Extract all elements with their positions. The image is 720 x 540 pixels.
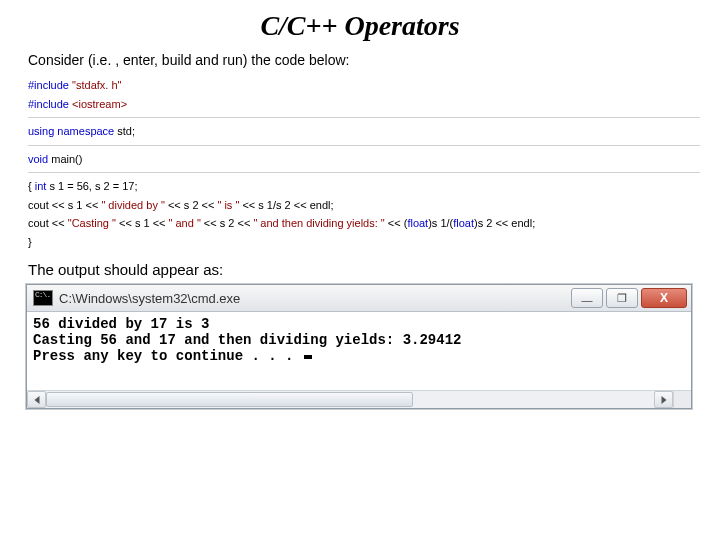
cursor-icon: [304, 355, 312, 359]
separator: [28, 172, 700, 173]
str-divby: " divided by ": [101, 199, 164, 211]
scroll-corner: [673, 391, 691, 408]
code-line-body-close: }: [28, 233, 700, 252]
output-label: The output should appear as:: [28, 261, 700, 278]
str-then: " and then dividing yields: ": [253, 217, 384, 229]
str-casting: "Casting ": [68, 217, 116, 229]
minimize-button[interactable]: —: [571, 288, 603, 308]
console-line-1: 56 divided by 17 is 3: [33, 316, 685, 332]
cout2-a: cout <<: [28, 217, 68, 229]
kw-float1: float: [407, 217, 428, 229]
cout1-c: << s 1/s 2 << endl;: [239, 199, 333, 211]
code-line-include-1: #include "stdafx. h": [28, 76, 700, 95]
cout2-f: )s 2 << endl;: [474, 217, 535, 229]
str-and: " and ": [169, 217, 201, 229]
kw-float2: float: [453, 217, 474, 229]
kw-int: int: [35, 180, 50, 192]
brace-open: {: [28, 180, 35, 192]
brace-close: }: [28, 236, 32, 248]
code-line-include-2: #include <iostream>: [28, 95, 700, 114]
kw-void: void: [28, 153, 51, 165]
cout1-a: cout << s 1 <<: [28, 199, 101, 211]
intro-prefix: Consider (i.e: [28, 52, 107, 68]
cout1-b: << s 2 <<: [165, 199, 218, 211]
console-line-2: Casting 56 and 17 and then dividing yiel…: [33, 332, 685, 348]
scroll-thumb[interactable]: [46, 392, 413, 407]
code-line-body-1: { int s 1 = 56, s 2 = 17;: [28, 177, 700, 196]
kw-include: #include: [28, 79, 72, 91]
kw-using: using: [28, 125, 57, 137]
console-window: C:\. C:\Windows\system32\cmd.exe — ❐ X 5…: [26, 284, 692, 409]
kw-namespace: namespace: [57, 125, 117, 137]
code-line-main-sig: void main(): [28, 150, 700, 169]
scroll-right-button[interactable]: [654, 391, 673, 408]
cmd-icon: C:\.: [33, 290, 53, 306]
cout2-b: << s 1 <<: [116, 217, 169, 229]
window-buttons: — ❐ X: [571, 288, 687, 308]
include-target-1: "stdafx. h": [72, 79, 121, 91]
scroll-track[interactable]: [46, 391, 654, 408]
scroll-left-button[interactable]: [27, 391, 46, 408]
titlebar-text: C:\Windows\system32\cmd.exe: [59, 291, 571, 306]
separator: [28, 145, 700, 146]
close-icon: X: [660, 292, 668, 304]
decl-rest: s 1 = 56, s 2 = 17;: [49, 180, 137, 192]
minimize-icon: —: [582, 294, 593, 305]
maximize-icon: ❐: [617, 293, 627, 304]
console-line-3-text: Press any key to continue . . .: [33, 348, 302, 364]
close-button[interactable]: X: [641, 288, 687, 308]
code-block: #include "stdafx. h" #include <iostream>…: [28, 76, 700, 251]
cout2-e: )s 1/(: [428, 217, 453, 229]
maximize-button[interactable]: ❐: [606, 288, 638, 308]
code-line-using: using namespace std;: [28, 122, 700, 141]
kw-include: #include: [28, 98, 72, 110]
console-line-3: Press any key to continue . . .: [33, 348, 685, 364]
intro-text: Consider (i.e. , enter, build and run) t…: [28, 52, 692, 68]
include-target-2: <iostream>: [72, 98, 127, 110]
cout2-d: << (: [385, 217, 408, 229]
ns-name: std;: [117, 125, 135, 137]
str-is: " is ": [217, 199, 239, 211]
page-title: C/C++ Operators: [20, 10, 700, 42]
titlebar[interactable]: C:\. C:\Windows\system32\cmd.exe — ❐ X: [27, 285, 691, 312]
code-line-body-2: cout << s 1 << " divided by " << s 2 << …: [28, 196, 700, 215]
separator: [28, 117, 700, 118]
code-line-body-3: cout << "Casting " << s 1 << " and " << …: [28, 214, 700, 233]
intro-rest: . , enter, build and run) the code below…: [107, 52, 349, 68]
cout2-c: << s 2 <<: [201, 217, 254, 229]
console-body[interactable]: 56 divided by 17 is 3 Casting 56 and 17 …: [27, 312, 691, 390]
horizontal-scrollbar[interactable]: [27, 390, 691, 408]
main-decl: main(): [51, 153, 82, 165]
